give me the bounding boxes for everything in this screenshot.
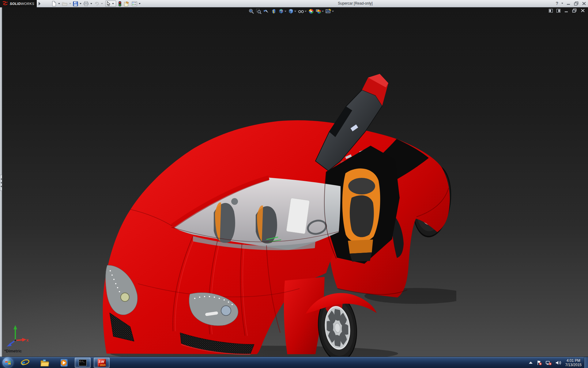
- display-style-dropdown[interactable]: [294, 11, 296, 12]
- standard-toolbar: [51, 0, 142, 7]
- apply-scene-icon: [316, 9, 321, 14]
- collapse-right-pane-icon[interactable]: [556, 9, 560, 13]
- window-controls: ?: [556, 1, 586, 6]
- solidworks-icon-year: 2015: [100, 364, 106, 366]
- menu-expand-arrow-icon[interactable]: [39, 2, 40, 6]
- print-icon: [83, 1, 89, 6]
- view-orientation-dropdown[interactable]: [285, 11, 286, 12]
- taskbar-item-solidworks-2015[interactable]: SW 2015: [94, 358, 110, 368]
- folder-icon: [40, 359, 49, 367]
- window-title: Supercar [Read-only]: [318, 1, 392, 6]
- hide-show-items-dropdown[interactable]: [305, 11, 307, 12]
- edit-appearance-button[interactable]: [308, 9, 314, 14]
- zoom-to-fit-button[interactable]: [249, 9, 254, 14]
- undo-dropdown[interactable]: [101, 3, 103, 4]
- apply-scene-dropdown[interactable]: [322, 11, 324, 12]
- windows-flag-icon: [5, 360, 11, 366]
- previous-view-icon: [263, 9, 269, 14]
- view-orientation-button[interactable]: [278, 9, 286, 14]
- open-document-icon: [62, 1, 68, 6]
- collapse-left-pane-icon[interactable]: [549, 9, 553, 13]
- collapse-arrow-icon: [1, 186, 2, 187]
- options-button[interactable]: [131, 0, 138, 7]
- display-style-icon: [288, 9, 294, 14]
- panel-splitter-handle[interactable]: [0, 175, 2, 191]
- rebuild-traffic-light-icon: [119, 1, 121, 6]
- close-button[interactable]: [582, 2, 586, 6]
- clock-date: 7/13/2015: [565, 363, 582, 367]
- view-orientation-icon: [278, 9, 284, 14]
- taskbar-item-windows-explorer[interactable]: [38, 358, 51, 368]
- section-view-icon: [271, 9, 277, 14]
- doc-restore-button[interactable]: [572, 9, 577, 13]
- internet-explorer-icon: e: [21, 358, 30, 367]
- solidworks-logo-icon: [2, 1, 9, 6]
- action-center-flag-icon[interactable]: [537, 360, 542, 366]
- volume-icon[interactable]: [556, 360, 562, 365]
- solidworks-icon-letters: SW: [99, 360, 105, 363]
- zoom-to-area-icon: [256, 9, 262, 14]
- taskbar-item-internet-explorer[interactable]: e: [18, 358, 32, 368]
- open-document-button[interactable]: [61, 0, 68, 7]
- supercar-3d-model[interactable]: [101, 69, 456, 357]
- start-button[interactable]: [2, 357, 13, 368]
- file-properties-icon: [124, 1, 129, 6]
- doc-minimize-button[interactable]: [564, 9, 568, 13]
- collapse-arrow-icon: [1, 182, 2, 184]
- brand-text-bold: SOLID: [10, 2, 21, 6]
- zoom-to-fit-icon: [249, 9, 254, 14]
- hide-show-items-button[interactable]: [298, 9, 307, 14]
- options-icon: [132, 1, 137, 6]
- undo-icon: [94, 1, 100, 6]
- zoom-to-area-button[interactable]: [256, 9, 262, 14]
- brand-text-light: WORKS: [21, 2, 34, 6]
- command-prompt-icon: C:\_: [79, 359, 87, 366]
- network-disconnected-icon[interactable]: [546, 360, 552, 366]
- doc-close-button[interactable]: [581, 9, 585, 13]
- view-settings-dropdown[interactable]: [332, 11, 334, 12]
- file-properties-button[interactable]: [123, 0, 130, 7]
- headsup-view-toolbar: [249, 8, 334, 14]
- options-dropdown[interactable]: [139, 3, 141, 4]
- solidworks-2015-icon: SW 2015: [98, 359, 106, 367]
- triad-x-label: X: [26, 339, 29, 342]
- rebuild-button[interactable]: [118, 0, 122, 7]
- clock-time: 4:01 PM: [565, 358, 582, 363]
- graphics-viewport[interactable]: X *Dimetric: [0, 7, 588, 357]
- system-tray: 4:01 PM 7/13/2015: [527, 357, 588, 368]
- view-settings-icon: [326, 9, 331, 14]
- collapse-arrow-icon: [1, 178, 2, 180]
- taskbar-item-media-player[interactable]: [58, 358, 71, 368]
- select-cursor-icon: [106, 1, 111, 6]
- help-button[interactable]: ?: [556, 1, 558, 6]
- taskbar-item-command-prompt[interactable]: C:\_: [75, 358, 91, 368]
- undo-button[interactable]: [93, 0, 100, 7]
- print-dropdown[interactable]: [90, 3, 92, 4]
- new-document-dropdown[interactable]: [58, 3, 60, 4]
- section-view-button[interactable]: [271, 9, 277, 14]
- edit-appearance-icon: [308, 9, 314, 14]
- select-tool-button[interactable]: [105, 1, 116, 7]
- previous-view-button[interactable]: [263, 9, 269, 14]
- title-bar: SOLIDWORKS: [0, 0, 588, 7]
- print-button[interactable]: [83, 0, 89, 7]
- media-player-icon: [60, 358, 69, 367]
- help-dropdown[interactable]: [561, 3, 563, 4]
- restore-button[interactable]: [574, 2, 579, 6]
- taskbar-clock[interactable]: 4:01 PM 7/13/2015: [565, 358, 582, 367]
- apply-scene-button[interactable]: [316, 9, 324, 14]
- view-settings-button[interactable]: [326, 9, 334, 14]
- orientation-triad[interactable]: X: [3, 324, 29, 350]
- document-window-controls: [549, 9, 585, 13]
- save-dropdown[interactable]: [80, 3, 81, 4]
- show-hidden-icons-button[interactable]: [529, 361, 533, 364]
- open-document-dropdown[interactable]: [69, 3, 71, 4]
- new-document-button[interactable]: [51, 0, 57, 7]
- show-desktop-button[interactable]: [584, 357, 588, 368]
- select-tool-dropdown[interactable]: [112, 3, 114, 4]
- save-icon: [73, 1, 78, 6]
- minimize-button[interactable]: [566, 2, 571, 5]
- collapsed-feature-panel: [0, 7, 2, 357]
- save-button[interactable]: [72, 0, 79, 7]
- display-style-button[interactable]: [288, 9, 296, 14]
